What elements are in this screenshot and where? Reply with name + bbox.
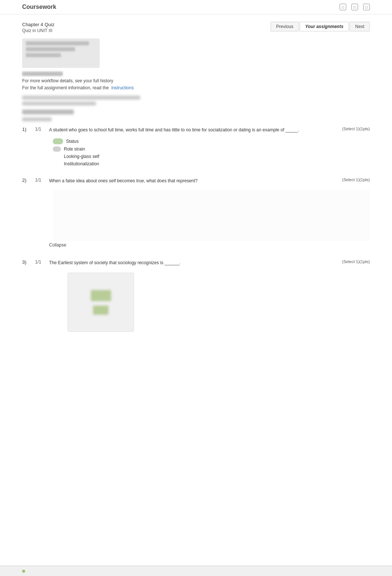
- icon-2[interactable]: □: [351, 4, 358, 10]
- q3-img-bottom: [93, 306, 109, 315]
- q3-text: The Earliest system of society that soci…: [49, 259, 180, 266]
- q1-radio-2: [53, 146, 61, 152]
- nav-buttons: Previous Your assignments Next: [271, 22, 370, 31]
- q3-content: The Earliest system of society that soci…: [49, 259, 370, 332]
- q2-collapse-link[interactable]: Collapse: [49, 242, 370, 248]
- next-button[interactable]: Next: [350, 22, 370, 31]
- blurred-heading-2: [22, 110, 74, 114]
- assignment-subtitle: Quiz in UNIT III: [22, 28, 54, 33]
- icon-1[interactable]: □: [340, 4, 346, 10]
- q1-score: 1/1: [35, 127, 45, 132]
- blurred-text-2: [22, 101, 96, 106]
- previous-button[interactable]: Previous: [271, 22, 299, 31]
- page-title: Coursework: [22, 4, 56, 10]
- content-area: Chapter 4 Quiz Quiz in UNIT III Previous…: [0, 14, 392, 348]
- q3-blurred-image: [68, 273, 134, 332]
- icon-3[interactable]: □: [363, 4, 370, 10]
- q2-text: When a false idea about ones self become…: [49, 177, 197, 184]
- q2-row: When a false idea about ones self become…: [49, 177, 370, 188]
- q1-option-4-label: Institutionalization: [64, 161, 99, 166]
- assignment-title: Chapter 4 Quiz: [22, 22, 54, 27]
- q1-content: A student who goes to school full time, …: [49, 127, 370, 169]
- blurred-text-3: [22, 117, 52, 121]
- q1-radio-1: [53, 138, 63, 144]
- q3-row: The Earliest system of society that soci…: [49, 259, 370, 270]
- your-assignments-button[interactable]: Your assignments: [300, 22, 349, 31]
- blurred-image-section: [22, 38, 100, 68]
- assignment-header: Chapter 4 Quiz Quiz in UNIT III Previous…: [22, 22, 370, 33]
- q1-answers: Status Role strain Looking-glass self In…: [53, 138, 370, 166]
- q3-meta: (Select 1)(1pts): [333, 259, 370, 264]
- q1-option-2[interactable]: Role strain: [53, 146, 370, 152]
- blurred-text-1: [22, 96, 140, 100]
- q1-option-1-label: Status: [66, 139, 79, 144]
- q1-meta: (Select 1)(1pts): [333, 127, 370, 131]
- q2-content: When a false idea about ones self become…: [49, 177, 370, 251]
- blurred-heading-1: [22, 72, 63, 76]
- question-1: 1) 1/1 A student who goes to school full…: [22, 127, 370, 169]
- q2-score: 1/1: [35, 177, 45, 183]
- q3-score: 1/1: [35, 259, 45, 265]
- question-2: 2) 1/1 When a false idea about ones self…: [22, 177, 370, 251]
- top-bar-icons: □ □ □: [340, 4, 370, 10]
- blurred-line-3: [26, 53, 61, 57]
- q1-option-3-label: Looking-glass self: [64, 154, 99, 159]
- q1-option-1[interactable]: Status: [53, 138, 370, 144]
- top-bar: Coursework □ □ □: [0, 0, 392, 14]
- q1-row: A student who goes to school full time, …: [49, 127, 370, 137]
- blurred-line-1: [26, 41, 89, 45]
- q2-meta: (Select 1)(1pts): [333, 177, 370, 182]
- blurred-line-2: [26, 47, 75, 51]
- blurred-section-2: [22, 96, 370, 121]
- question-3: 3) 1/1 The Earliest system of society th…: [22, 259, 370, 332]
- workflow-info: For more workflow details, see your full…: [22, 78, 370, 83]
- q1-number: 1): [22, 127, 31, 132]
- q2-blurred-area: [53, 189, 370, 241]
- assignment-title-block: Chapter 4 Quiz Quiz in UNIT III: [22, 22, 54, 33]
- q3-img-top: [91, 290, 111, 301]
- q2-number: 2): [22, 177, 31, 183]
- q1-option-2-label: Role strain: [64, 146, 85, 152]
- instructions-link[interactable]: instructions: [111, 85, 134, 90]
- assignment-info: For the full assignment information, rea…: [22, 85, 370, 90]
- q1-option-4[interactable]: Institutionalization: [53, 161, 370, 166]
- q1-option-3[interactable]: Looking-glass self: [53, 154, 370, 159]
- q3-number: 3): [22, 259, 31, 265]
- q1-text: A student who goes to school full time, …: [49, 127, 299, 133]
